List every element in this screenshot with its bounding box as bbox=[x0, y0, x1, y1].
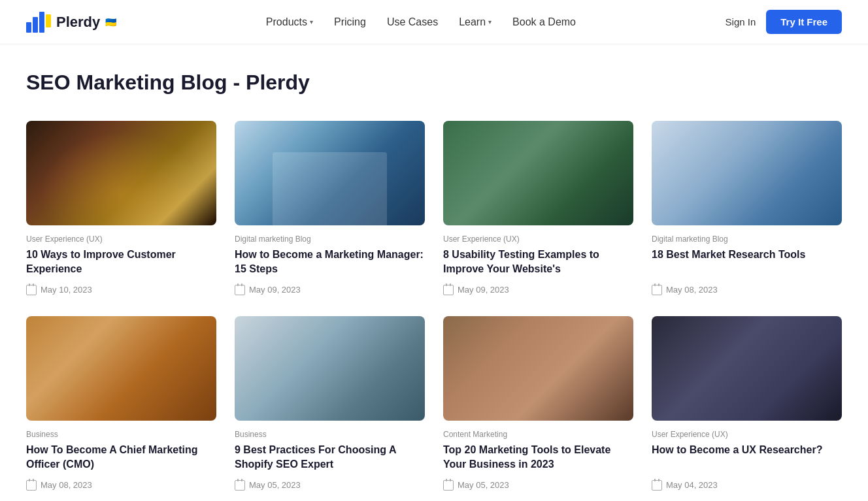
calendar-icon bbox=[652, 285, 662, 295]
blog-card[interactable]: User Experience (UX) 10 Ways to Improve … bbox=[26, 121, 216, 295]
blog-card[interactable]: User Experience (UX) 8 Usability Testing… bbox=[443, 121, 633, 295]
card-title: How To Become A Chief Marketing Officer … bbox=[26, 443, 216, 472]
blog-card[interactable]: Business 9 Best Practices For Choosing A… bbox=[235, 316, 425, 491]
main-content: SEO Marketing Blog - Plerdy User Experie… bbox=[0, 44, 868, 501]
card-image bbox=[652, 316, 842, 421]
card-date-text: May 08, 2023 bbox=[666, 285, 718, 295]
header-actions: Sign In Try It Free bbox=[726, 10, 842, 34]
logo-icon bbox=[26, 12, 51, 33]
card-date: May 04, 2023 bbox=[652, 480, 842, 491]
card-image bbox=[26, 121, 216, 225]
calendar-icon bbox=[443, 285, 454, 295]
svg-rect-1 bbox=[33, 17, 38, 33]
card-date: May 08, 2023 bbox=[652, 285, 842, 295]
calendar-icon bbox=[652, 480, 662, 491]
blog-card[interactable]: Content Marketing Top 20 Marketing Tools… bbox=[443, 316, 633, 491]
card-date-text: May 04, 2023 bbox=[666, 480, 718, 490]
card-title: How to Become a UX Researcher? bbox=[652, 443, 842, 472]
card-date-text: May 05, 2023 bbox=[249, 480, 301, 490]
sign-in-link[interactable]: Sign In bbox=[726, 16, 756, 27]
card-date: May 05, 2023 bbox=[235, 480, 425, 491]
card-title: 9 Best Practices For Choosing A Shopify … bbox=[235, 443, 425, 472]
calendar-icon bbox=[235, 480, 245, 491]
card-category: Digital marketing Blog bbox=[235, 234, 425, 244]
card-date-text: May 09, 2023 bbox=[249, 285, 301, 295]
nav-products[interactable]: Products ▾ bbox=[266, 16, 313, 28]
card-date-text: May 08, 2023 bbox=[41, 480, 92, 490]
card-title: 10 Ways to Improve Customer Experience bbox=[26, 248, 216, 277]
try-free-button[interactable]: Try It Free bbox=[766, 10, 842, 34]
card-image bbox=[235, 121, 425, 225]
svg-rect-3 bbox=[46, 14, 51, 27]
blog-card[interactable]: Digital marketing Blog How to Become a M… bbox=[235, 121, 425, 295]
card-category: User Experience (UX) bbox=[26, 234, 216, 244]
header: Plerdy 🇺🇦 Products ▾ Pricing Use Cases L… bbox=[0, 0, 868, 44]
card-image bbox=[443, 316, 633, 421]
card-title: 18 Best Market Research Tools bbox=[652, 248, 842, 277]
card-image bbox=[235, 316, 425, 421]
svg-rect-0 bbox=[26, 22, 31, 33]
calendar-icon bbox=[235, 285, 245, 295]
calendar-icon bbox=[26, 480, 37, 491]
blog-card[interactable]: Business How To Become A Chief Marketing… bbox=[26, 316, 216, 491]
svg-rect-2 bbox=[39, 12, 44, 33]
card-date-text: May 05, 2023 bbox=[458, 480, 509, 490]
nav-use-cases[interactable]: Use Cases bbox=[387, 16, 438, 28]
main-nav: Products ▾ Pricing Use Cases Learn ▾ Boo… bbox=[266, 16, 576, 28]
card-category: User Experience (UX) bbox=[652, 430, 842, 439]
card-category: Digital marketing Blog bbox=[652, 234, 842, 244]
card-image bbox=[443, 121, 633, 225]
card-image bbox=[652, 121, 842, 225]
card-date: May 05, 2023 bbox=[443, 480, 633, 491]
logo[interactable]: Plerdy 🇺🇦 bbox=[26, 12, 116, 33]
card-category: User Experience (UX) bbox=[443, 234, 633, 244]
card-date-text: May 09, 2023 bbox=[458, 285, 509, 295]
card-category: Business bbox=[26, 430, 216, 439]
blog-card[interactable]: Digital marketing Blog 18 Best Market Re… bbox=[652, 121, 842, 295]
card-category: Content Marketing bbox=[443, 430, 633, 439]
chevron-down-icon: ▾ bbox=[488, 18, 492, 25]
nav-pricing[interactable]: Pricing bbox=[334, 16, 366, 28]
nav-learn[interactable]: Learn ▾ bbox=[459, 16, 492, 28]
blog-card[interactable]: User Experience (UX) How to Become a UX … bbox=[652, 316, 842, 491]
card-category: Business bbox=[235, 430, 425, 439]
card-title: How to Become a Marketing Manager: 15 St… bbox=[235, 248, 425, 277]
card-title: 8 Usability Testing Examples to Improve … bbox=[443, 248, 633, 277]
chevron-down-icon: ▾ bbox=[310, 18, 313, 25]
card-title: Top 20 Marketing Tools to Elevate Your B… bbox=[443, 443, 633, 472]
page-title: SEO Marketing Blog - Plerdy bbox=[26, 71, 842, 95]
card-date: May 09, 2023 bbox=[235, 285, 425, 295]
logo-text: Plerdy bbox=[56, 14, 100, 31]
nav-book-demo[interactable]: Book a Demo bbox=[512, 16, 576, 28]
card-date-text: May 10, 2023 bbox=[41, 285, 92, 295]
card-date: May 10, 2023 bbox=[26, 285, 216, 295]
calendar-icon bbox=[443, 480, 454, 491]
blog-grid: User Experience (UX) 10 Ways to Improve … bbox=[26, 121, 842, 491]
card-date: May 09, 2023 bbox=[443, 285, 633, 295]
card-image bbox=[26, 316, 216, 421]
calendar-icon bbox=[26, 285, 37, 295]
card-date: May 08, 2023 bbox=[26, 480, 216, 491]
logo-flag: 🇺🇦 bbox=[105, 17, 116, 27]
